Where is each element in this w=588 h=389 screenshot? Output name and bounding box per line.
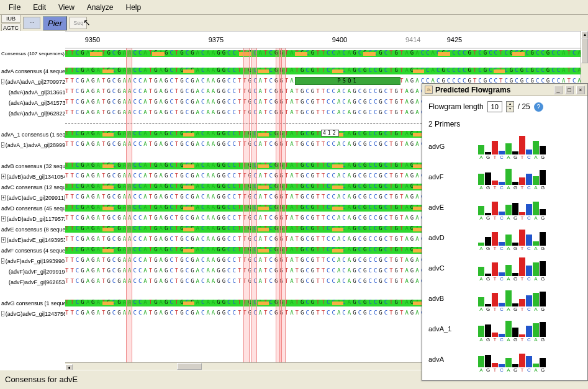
flowgram-bar: C [499, 151, 505, 160]
flowgram-bar: A [478, 206, 484, 221]
flowgram-row: advAAGTCAGTCAG [422, 344, 587, 374]
toolbar-small-1[interactable]: ⋯ [23, 17, 40, 29]
flowgram-bar: T [492, 293, 498, 312]
flowgram-bar: T [519, 177, 525, 190]
flowgram-bar: T [519, 334, 525, 342]
flowgram-bar: C [526, 174, 532, 190]
seq-label: advB consensus (32 sequenc [0, 161, 65, 171]
flowgram-bar: A [533, 202, 539, 221]
flowgram-length-spinner[interactable]: ▴ ▾ [506, 101, 514, 112]
flowgram-bar: A [533, 241, 539, 251]
flowgram-bar: A [505, 235, 512, 251]
flowgram-bar: A [505, 205, 512, 221]
flowgram-bar: G [540, 146, 546, 160]
expand-icon[interactable]: + [1, 237, 6, 243]
close-icon[interactable]: × [576, 86, 585, 94]
spin-down-icon[interactable]: ▾ [507, 107, 513, 112]
flowgram-bar: A [478, 356, 484, 373]
expand-icon[interactable]: - [1, 311, 4, 316]
seq-label: (advA)advA_gi|341573861 [0, 97, 65, 108]
expand-icon[interactable]: + [1, 195, 6, 200]
seq-label: +(advB)advB_gi|134105495 [0, 171, 65, 182]
flowgram-row: advGAGTCAGTCAG [422, 131, 587, 161]
seq-label: -(advG)advG_gi|124375682 [0, 308, 65, 319]
flowgram-bars: AGTCAGTCAG [478, 230, 546, 251]
menu-help[interactable]: Help [120, 1, 148, 14]
seq-label: advG consensus (1 sequence [0, 298, 65, 308]
seq-label: -(advF)advF_gi|199399012 [0, 256, 65, 266]
scroll-up-icon[interactable]: ▴ [581, 31, 588, 38]
flowgram-bars: AGTCAGTCAG [478, 136, 546, 160]
seq-label [0, 150, 65, 161]
expand-icon[interactable]: + [1, 174, 6, 179]
scroll-thumb-h[interactable] [177, 363, 202, 370]
help-icon[interactable]: ? [534, 102, 543, 112]
flowgram-length-input[interactable] [487, 101, 502, 112]
flowgram-bar: C [499, 212, 505, 221]
flowgram-bar: A [478, 297, 484, 312]
ruler-tick: 9425 [442, 36, 467, 43]
flowgram-name: advF [428, 173, 478, 181]
flowgram-bar: C [526, 150, 532, 160]
flowgram-bar: C [499, 272, 505, 282]
minimize-icon[interactable]: _ [554, 86, 563, 94]
menu-analyze[interactable]: Analyze [81, 1, 120, 14]
sequence-labels: Consensus (107 sequences) advA consensus… [0, 48, 65, 362]
flowgram-bars: AGTCAGTCAG [478, 202, 546, 221]
flowgram-bar: G [540, 292, 546, 312]
panel-titlebar[interactable]: ♨ Predicted Flowgrams _ □ × [422, 84, 587, 96]
flowgram-bar: C [499, 334, 505, 342]
flowgram-bar: C [499, 303, 505, 312]
flowgram-bar: G [485, 355, 491, 373]
expand-icon[interactable]: + [1, 216, 6, 221]
flowgram-bar: A [533, 262, 539, 282]
flowgram-bar: T [519, 136, 525, 160]
flowgram-bar: G [540, 358, 546, 373]
flowgram-bar: T [492, 202, 498, 221]
expand-icon[interactable]: - [1, 79, 4, 84]
flowgram-bar: A [478, 326, 484, 342]
menu-file[interactable]: File [2, 1, 27, 14]
expand-icon[interactable]: - [1, 142, 4, 148]
flowgram-bar: G [540, 322, 546, 342]
menubar: FileEditViewAnalyzeHelp [0, 0, 588, 15]
flowgram-bar: G [512, 328, 518, 342]
flowgram-length-max: / 25 [518, 102, 530, 111]
expand-icon[interactable]: - [1, 258, 4, 264]
flowgram-name: advB [428, 295, 478, 302]
flowgram-bar: A [533, 293, 539, 312]
flowgram-bar: A [505, 169, 512, 190]
scroll-thumb[interactable] [581, 38, 588, 63]
toolbar-small-2[interactable]: Seq [70, 17, 87, 29]
panel-title: Predicted Flowgrams [435, 86, 551, 94]
flowgram-bar: T [492, 181, 498, 190]
seq-row: TTCGAGATGCGAACCATGAGCTGCGACAAGGCCTTGCATC… [65, 66, 581, 76]
flowgram-panel: ♨ Predicted Flowgrams _ □ × Flowgram len… [422, 83, 588, 381]
flowgram-bar: C [499, 182, 505, 190]
ruler-tick: 9375 [204, 36, 228, 43]
flowgram-row: advA_1AGTCAGTCAG [422, 313, 587, 344]
flowgram-bar: G [485, 324, 491, 342]
spin-up-icon[interactable]: ▴ [507, 102, 513, 107]
flowgram-bar: G [485, 152, 491, 160]
flowgram-bar: T [519, 257, 525, 282]
iub-button[interactable]: IUB [1, 14, 20, 23]
consensus-header: Consensus (107 sequences) [0, 48, 65, 59]
flowgram-bar: T [492, 333, 498, 342]
ruler-tick: 9400 [327, 36, 352, 43]
pier-button[interactable]: Pier [43, 16, 67, 30]
maximize-icon[interactable]: □ [565, 86, 574, 94]
seq-label [0, 118, 65, 129]
flowgram-bar: A [533, 141, 539, 160]
menu-edit[interactable]: Edit [27, 1, 52, 14]
flowgram-name: advA_1 [428, 325, 478, 333]
ruler-marker: 9414 [405, 36, 420, 43]
flowgram-bar: G [512, 203, 518, 221]
java-icon: ♨ [425, 86, 433, 94]
menu-view[interactable]: View [52, 1, 81, 14]
flowgram-bar: C [526, 235, 532, 251]
flowgram-bar: T [519, 212, 525, 221]
seq-label: advD consensus (45 sequenc [0, 203, 65, 213]
primer-annotation[interactable]: PSQ1 [295, 77, 400, 85]
ruler-tick: 9350 [80, 36, 105, 43]
